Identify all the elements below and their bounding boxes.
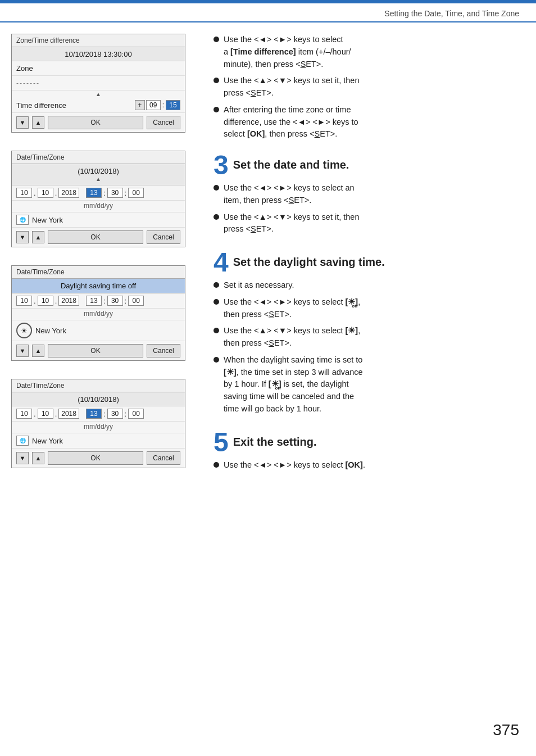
plus-btn[interactable]: +: [135, 100, 145, 110]
panel4-min-value: 30: [111, 410, 119, 418]
up-arrow-btn-3[interactable]: ▲: [32, 345, 44, 357]
down-arrow-btn-4[interactable]: ▼: [16, 452, 29, 464]
panel3-dot-sep-1: .: [33, 297, 37, 305]
panel4-date-fields: 10 . 10 . 2018 13 : 30 :: [12, 406, 185, 422]
panel2-date-format: mm/dd/yy: [12, 201, 185, 212]
sec-field[interactable]: 00: [128, 188, 144, 198]
ok-btn-3[interactable]: OK: [48, 344, 143, 357]
panel-zone-time-diff: Zone/Time difference 10/10/2018 13:30:00…: [11, 34, 185, 133]
panel3-hour-field[interactable]: 13: [86, 296, 102, 306]
panel1-zone-value: -------: [12, 76, 185, 90]
intro-text1: Use the: [224, 35, 252, 44]
step5-bullets: Use the <◄> <►> keys to select [OK].: [214, 459, 525, 472]
panel3-min-field[interactable]: 30: [107, 296, 123, 306]
ok-btn-2[interactable]: OK: [48, 230, 143, 244]
time-colon: :: [162, 101, 165, 109]
down-arrow-btn-2[interactable]: ▼: [16, 231, 29, 243]
zone-icon-2: 🌐: [16, 215, 29, 225]
panel-datetime-zone-2: Date/Time/Zone (10/10/2018) ▲ 10 . 10 . …: [11, 151, 185, 247]
dot-sep-2: .: [54, 189, 58, 197]
panel4-buttons: ▼ ▲ OK Cancel: [12, 449, 185, 468]
minutes-value: 15: [169, 101, 176, 109]
panel4-hour-field[interactable]: 13: [86, 409, 102, 419]
step4-bullets: Set it as necessary. Use the <◄> <►> key…: [214, 279, 525, 415]
panel4-colon-sep-1: :: [103, 410, 106, 418]
intro-bullet-1: Use the <◄> <►> keys to select a [Time d…: [214, 34, 525, 70]
intro-time-diff: [Time difference]: [230, 47, 296, 56]
minutes-box[interactable]: 15: [166, 100, 180, 110]
right-column: Use the <◄> <►> keys to select a [Time d…: [202, 34, 525, 487]
panel4-sec-field[interactable]: 00: [128, 409, 144, 419]
panel4-datetime: (10/10/2018): [12, 392, 185, 406]
step4-bullet-1-text: Set it as necessary.: [224, 279, 525, 292]
panel4-year-field[interactable]: 2018: [58, 409, 79, 419]
step3-header: 3 Set the date and time.: [214, 154, 525, 179]
step3-bullet-1: Use the <◄> <►> keys to select anitem, t…: [214, 182, 525, 207]
cancel-btn-2[interactable]: Cancel: [147, 230, 180, 244]
intro-bullet-2-text: Use the <▲> <▼> keys to set it, thenpres…: [224, 75, 525, 99]
zone-icon-4: 🌐: [16, 436, 29, 446]
panel3-year-field[interactable]: 2018: [58, 296, 79, 306]
bullet-dot-s4-2: [214, 299, 219, 305]
month-field[interactable]: 10: [16, 188, 32, 198]
zone-name-3: New York: [35, 327, 66, 335]
ok-btn-4[interactable]: OK: [48, 451, 143, 465]
year-field[interactable]: 2018: [58, 188, 79, 198]
panel-daylight: Date/Time/Zone Daylight saving time off …: [11, 265, 185, 361]
up-arrow-btn[interactable]: ▲: [32, 116, 44, 129]
panel3-sec-value: 00: [133, 297, 140, 305]
panel4-dot-sep-2: .: [54, 410, 58, 418]
down-arrow-btn-3[interactable]: ▼: [16, 345, 29, 357]
panel4-day-field[interactable]: 10: [38, 409, 53, 419]
panel3-zone-row: ☀ New York: [12, 320, 185, 341]
panel4-month-field[interactable]: 10: [16, 409, 32, 419]
ok-btn-1[interactable]: OK: [48, 116, 143, 129]
step4-number: 4: [214, 251, 229, 276]
bullet-dot-s4-4: [214, 357, 219, 363]
intro-bullet-3: After entering the time zone or timediff…: [214, 104, 525, 141]
intro-bullets: Use the <◄> <►> keys to select a [Time d…: [214, 34, 525, 141]
step3-number: 3: [214, 154, 229, 179]
up-arrow-btn-2[interactable]: ▲: [32, 231, 44, 243]
step5-bullet-1: Use the <◄> <►> keys to select [OK].: [214, 459, 525, 472]
panel3-daylight-header: Daylight saving time off: [12, 279, 185, 293]
panel3-day-field[interactable]: 10: [38, 296, 53, 306]
panel1-up-arrow: ▲: [12, 90, 185, 98]
step4-bullet-1: Set it as necessary.: [214, 279, 525, 292]
panel3-month-field[interactable]: 10: [16, 296, 32, 306]
bullet-dot-s5-1: [214, 462, 219, 468]
cancel-btn-1[interactable]: Cancel: [147, 116, 180, 129]
up-arrow-btn-4[interactable]: ▲: [32, 452, 44, 464]
panel3-date-fields: 10 . 10 . 2018 13 : 30 :: [12, 293, 185, 309]
down-arrow-btn[interactable]: ▼: [16, 116, 29, 129]
panel2-up-arrow: ▲: [12, 175, 185, 183]
hour-value: 13: [90, 189, 97, 197]
panel3-day-value: 10: [42, 297, 49, 305]
panel3-sec-field[interactable]: 00: [128, 296, 144, 306]
cancel-btn-3[interactable]: Cancel: [147, 344, 180, 357]
hours-value: 09: [149, 101, 157, 109]
day-field[interactable]: 10: [38, 188, 53, 198]
bullet-dot-i1: [214, 37, 219, 42]
panel1-zone-label: Zone: [12, 61, 185, 76]
panel3-dot-sep-2: .: [54, 297, 58, 305]
panel4-min-field[interactable]: 30: [107, 409, 123, 419]
time-diff-box: + 09 : 15: [135, 100, 180, 110]
step5-header: 5 Exit the setting.: [214, 431, 525, 456]
step4-heading: Set the daylight saving time.: [233, 251, 525, 269]
dot-sep-1: .: [33, 189, 37, 197]
zone-icon-symbol-4: 🌐: [20, 438, 26, 443]
step5-heading: Exit the setting.: [233, 431, 525, 449]
step3-heading: Set the date and time.: [233, 154, 525, 171]
min-field[interactable]: 30: [107, 188, 123, 198]
daylight-circle-icon: ☀: [16, 323, 32, 338]
step-5-section: 5 Exit the setting. Use the <◄> <►> keys…: [214, 431, 525, 472]
year-value: 2018: [61, 189, 76, 197]
panel2-date-fields: 10 . 10 . 2018 13 : 30 :: [12, 185, 185, 201]
panel2-buttons: ▼ ▲ OK Cancel: [12, 228, 185, 247]
zone-name-2: New York: [32, 216, 63, 224]
hours-box[interactable]: 09: [146, 100, 161, 110]
plus-sign: +: [138, 101, 142, 109]
hour-field[interactable]: 13: [86, 188, 102, 198]
cancel-btn-4[interactable]: Cancel: [147, 451, 180, 465]
